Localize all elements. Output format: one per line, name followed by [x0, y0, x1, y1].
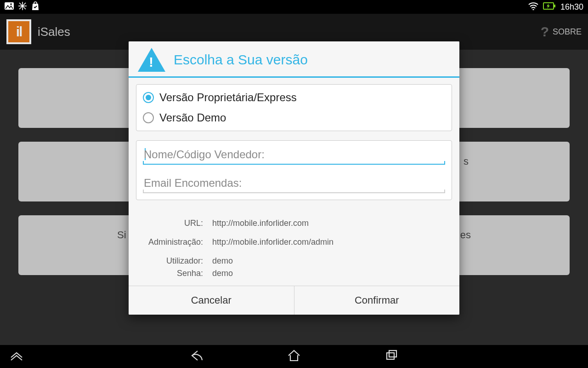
- modal-backdrop: Escolha a Sua versão Versão Proprietária…: [0, 14, 588, 345]
- burst-icon: [18, 2, 27, 12]
- back-button[interactable]: [189, 348, 204, 365]
- svg-rect-11: [389, 351, 396, 357]
- recent-button[interactable]: [384, 348, 399, 365]
- status-bar: 16h30: [0, 0, 588, 14]
- password-value: demo: [212, 269, 445, 278]
- email-input[interactable]: [143, 174, 445, 193]
- wifi-icon: [528, 2, 538, 12]
- radio-option-proprietary[interactable]: Versão Proprietária/Express: [141, 87, 447, 108]
- svg-rect-8: [554, 5, 555, 7]
- status-time: 16h30: [560, 2, 583, 12]
- battery-icon: [543, 2, 556, 12]
- user-value: demo: [212, 256, 445, 266]
- admin-label: Administração:: [143, 237, 203, 247]
- url-value: http://mobile.inforlider.com: [212, 218, 445, 228]
- version-radio-group: Versão Proprietária/Express Versão Demo: [136, 84, 452, 131]
- admin-value: http://mobile.inforlider.com/admin: [212, 237, 445, 247]
- radio-icon: [143, 112, 154, 123]
- vendor-input[interactable]: [143, 145, 445, 165]
- confirm-button[interactable]: Confirmar: [294, 286, 460, 315]
- alert-icon: [138, 48, 165, 72]
- radio-label: Versão Demo: [159, 111, 226, 124]
- home-button[interactable]: [287, 348, 301, 365]
- svg-marker-9: [547, 4, 550, 9]
- confirm-label: Confirmar: [355, 294, 399, 306]
- shopping-icon: [31, 1, 40, 13]
- version-dialog: Escolha a Sua versão Versão Proprietária…: [129, 41, 459, 315]
- radio-label: Versão Proprietária/Express: [159, 91, 297, 104]
- cancel-button[interactable]: Cancelar: [129, 286, 294, 315]
- url-label: URL:: [143, 218, 203, 228]
- user-label: Utilizador:: [143, 256, 203, 266]
- info-grid: URL: http://mobile.inforlider.com Admini…: [136, 209, 452, 286]
- svg-rect-10: [387, 353, 394, 359]
- gallery-icon: [5, 2, 14, 12]
- svg-point-6: [532, 9, 534, 10]
- svg-point-1: [10, 3, 12, 5]
- dialog-title: Escolha a Sua versão: [174, 52, 308, 68]
- dialog-header: Escolha a Sua versão: [129, 41, 459, 78]
- input-group: [136, 140, 452, 200]
- nav-bar: [0, 345, 588, 368]
- cancel-label: Cancelar: [191, 294, 232, 306]
- dialog-footer: Cancelar Confirmar: [129, 286, 459, 315]
- password-label: Senha:: [143, 269, 203, 278]
- radio-option-demo[interactable]: Versão Demo: [141, 108, 447, 128]
- drawer-icon[interactable]: [9, 348, 24, 365]
- radio-icon: [143, 92, 154, 103]
